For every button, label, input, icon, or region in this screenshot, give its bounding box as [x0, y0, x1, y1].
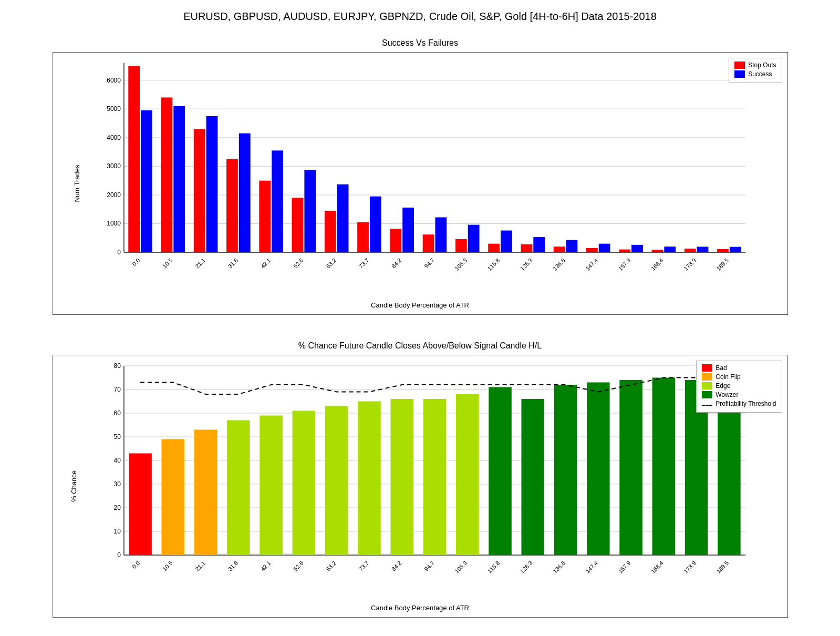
svg-text:84.2: 84.2 [390, 257, 403, 270]
svg-text:6000: 6000 [107, 77, 121, 84]
svg-text:4000: 4000 [107, 134, 121, 141]
svg-text:84.2: 84.2 [390, 560, 403, 572]
svg-rect-97 [194, 430, 217, 556]
svg-text:31.6: 31.6 [226, 560, 239, 572]
svg-text:147.4: 147.4 [584, 257, 599, 272]
svg-text:105.3: 105.3 [453, 560, 468, 575]
svg-text:0.0: 0.0 [131, 257, 141, 267]
chart1-title: Success Vs Failures [53, 38, 788, 48]
svg-rect-93 [129, 454, 152, 556]
legend-wowzer: Wowzer [702, 391, 776, 398]
svg-rect-62 [631, 245, 643, 252]
legend-coin-flip: Coin Flip [702, 373, 776, 381]
legend-label-coin-flip: Coin Flip [715, 373, 740, 381]
svg-rect-47 [468, 225, 479, 252]
svg-rect-68 [697, 247, 708, 252]
legend-color-bad [702, 364, 712, 372]
svg-rect-53 [533, 237, 545, 252]
chart2-title: % Chance Future Candle Closes Above/Belo… [53, 341, 788, 351]
svg-text:5000: 5000 [107, 105, 121, 112]
svg-text:136.8: 136.8 [552, 257, 566, 272]
svg-rect-25 [226, 159, 238, 252]
svg-rect-107 [358, 402, 381, 556]
svg-text:50: 50 [113, 433, 121, 440]
svg-rect-99 [227, 420, 250, 556]
svg-text:70: 70 [113, 386, 121, 393]
svg-text:1000: 1000 [107, 220, 121, 227]
svg-rect-43 [422, 234, 434, 252]
chart1-y-label: Num Trades [72, 165, 80, 202]
svg-text:2000: 2000 [107, 191, 121, 199]
svg-rect-71 [729, 247, 741, 252]
svg-text:157.9: 157.9 [617, 560, 631, 575]
svg-text:21.1: 21.1 [194, 257, 206, 270]
svg-rect-65 [664, 247, 676, 252]
svg-text:126.3: 126.3 [518, 560, 533, 575]
svg-text:178.9: 178.9 [682, 560, 697, 575]
legend-label-success: Success [748, 70, 772, 78]
svg-rect-38 [369, 197, 381, 252]
legend-stop-outs: Stop Outs [734, 61, 776, 69]
svg-text:168.4: 168.4 [649, 560, 664, 575]
legend-edge: Edge [702, 382, 776, 389]
svg-rect-117 [521, 399, 544, 555]
svg-text:157.9: 157.9 [617, 257, 631, 272]
main-title: EURUSD, GBPUSD, AUDUSD, EURJPY, GBPNZD, … [183, 11, 657, 23]
svg-text:0: 0 [117, 249, 121, 256]
legend-label-profitability: Profitability Threshold [715, 400, 776, 407]
svg-rect-37 [357, 222, 369, 252]
svg-text:94.7: 94.7 [423, 560, 435, 572]
chart2-y-label: % Chance [70, 470, 78, 502]
svg-rect-56 [566, 240, 577, 252]
svg-rect-49 [488, 244, 500, 252]
svg-rect-123 [619, 380, 642, 555]
svg-text:189.5: 189.5 [715, 560, 730, 575]
svg-rect-58 [586, 248, 598, 252]
svg-text:10.5: 10.5 [161, 560, 174, 572]
chart2-legend: Bad Coin Flip Edge Wowzer Profitability … [696, 361, 782, 413]
legend-profitability: Profitability Threshold [702, 400, 776, 407]
svg-text:20: 20 [113, 504, 121, 511]
legend-color-edge [702, 382, 712, 389]
svg-text:42.1: 42.1 [259, 560, 272, 572]
chart1-x-label: Candle Body Percentage of ATR [371, 301, 469, 309]
svg-text:73.7: 73.7 [357, 257, 370, 270]
svg-rect-101 [260, 416, 283, 556]
svg-text:63.2: 63.2 [325, 257, 337, 270]
svg-text:3000: 3000 [107, 162, 121, 170]
svg-rect-125 [652, 378, 675, 556]
svg-rect-16 [128, 66, 140, 252]
svg-rect-109 [390, 399, 413, 555]
svg-text:105.3: 105.3 [453, 257, 468, 272]
svg-rect-40 [390, 229, 401, 252]
svg-text:115.8: 115.8 [486, 560, 501, 575]
svg-rect-29 [272, 150, 283, 252]
chart1-container: Success Vs Failures Num Trades Candle Bo… [53, 38, 788, 315]
svg-rect-115 [489, 387, 512, 556]
legend-color-profitability [702, 405, 712, 406]
chart2-svg: 010203040506070800.010.521.131.642.152.6… [95, 361, 756, 576]
svg-text:60: 60 [113, 409, 121, 417]
chart1-area: Num Trades Candle Body Percentage of ATR… [53, 52, 788, 315]
svg-rect-121 [587, 383, 610, 556]
svg-rect-17 [141, 110, 152, 252]
svg-rect-59 [598, 244, 610, 252]
svg-rect-105 [325, 406, 348, 556]
svg-text:147.4: 147.4 [584, 560, 599, 575]
svg-rect-22 [193, 129, 205, 252]
legend-bad: Bad [702, 364, 776, 372]
svg-rect-32 [304, 170, 316, 252]
legend-label-edge: Edge [715, 382, 730, 389]
chart2-x-label: Candle Body Percentage of ATR [371, 604, 469, 612]
svg-text:21.1: 21.1 [194, 560, 206, 572]
svg-rect-67 [684, 249, 696, 252]
legend-success: Success [734, 70, 776, 78]
svg-text:168.4: 168.4 [649, 257, 664, 272]
svg-rect-41 [402, 208, 414, 252]
svg-rect-26 [238, 134, 250, 252]
legend-label-bad: Bad [715, 364, 727, 372]
chart2-area: % Chance Candle Body Percentage of ATR B… [53, 355, 788, 618]
legend-label-stop-outs: Stop Outs [748, 61, 776, 69]
legend-label-wowzer: Wowzer [715, 391, 738, 398]
svg-text:31.6: 31.6 [226, 257, 239, 270]
